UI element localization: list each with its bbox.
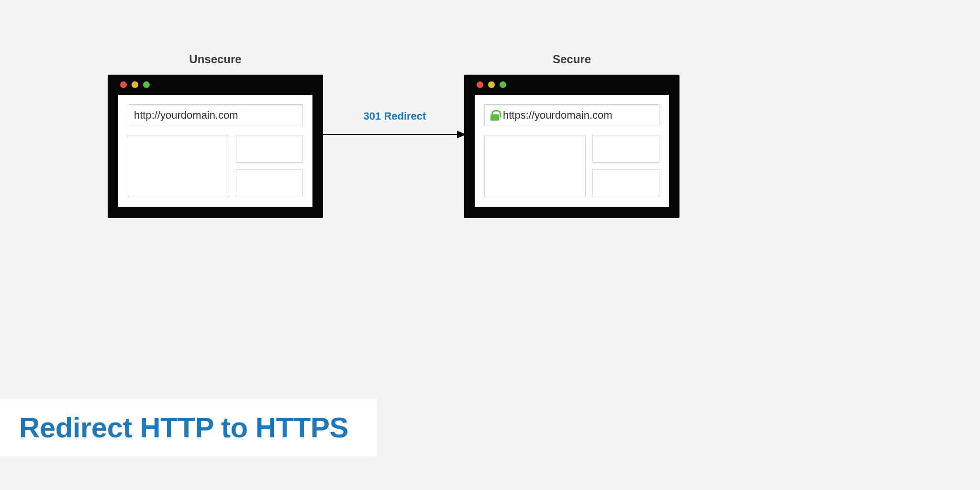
content-placeholder <box>128 135 303 197</box>
placeholder-block <box>592 135 659 163</box>
traffic-light-red-icon <box>477 81 483 88</box>
placeholder-column <box>236 135 303 197</box>
traffic-light-green-icon <box>143 81 150 88</box>
browser-frame-unsecure: http://yourdomain.com <box>108 75 323 218</box>
caption-text: Redirect HTTP to HTTPS <box>19 411 348 444</box>
placeholder-column <box>592 135 659 197</box>
browser-frame-secure: https://yourdomain.com <box>464 75 679 218</box>
redirect-label: 301 Redirect <box>316 110 474 122</box>
traffic-light-yellow-icon <box>488 81 495 88</box>
traffic-light-red-icon <box>120 81 127 88</box>
unsecure-window-group: Unsecure http://yourdomain.com <box>108 53 323 218</box>
secure-label: Secure <box>464 53 679 66</box>
traffic-light-yellow-icon <box>132 81 138 88</box>
placeholder-block <box>484 135 586 197</box>
secure-window-group: Secure https://yourdomain.com <box>464 53 679 218</box>
viewport: http://yourdomain.com <box>118 95 312 207</box>
address-bar: https://yourdomain.com <box>484 104 659 126</box>
diagram-canvas: Unsecure http://yourdomain.com <box>0 0 980 490</box>
url-text: https://yourdomain.com <box>503 109 612 122</box>
content-placeholder <box>484 135 659 197</box>
url-text: http://yourdomain.com <box>134 109 238 122</box>
placeholder-block <box>236 135 303 163</box>
diagram-caption: Redirect HTTP to HTTPS <box>0 399 377 457</box>
address-bar: http://yourdomain.com <box>128 104 303 126</box>
traffic-light-green-icon <box>500 81 506 88</box>
lock-icon <box>490 110 499 121</box>
titlebar <box>118 75 312 95</box>
placeholder-block <box>592 169 659 197</box>
arrow-right-icon <box>323 127 467 142</box>
placeholder-block <box>128 135 229 197</box>
unsecure-label: Unsecure <box>108 53 323 66</box>
placeholder-block <box>236 169 303 197</box>
redirect-arrow-group: 301 Redirect <box>316 110 474 142</box>
viewport: https://yourdomain.com <box>475 95 669 207</box>
titlebar <box>475 75 669 95</box>
